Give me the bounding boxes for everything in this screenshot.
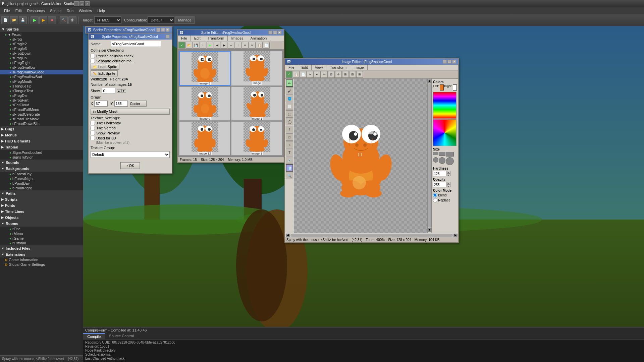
- se-close[interactable]: ✕: [278, 31, 282, 35]
- tile-h-checkbox[interactable]: [91, 121, 95, 125]
- tree-sprite-sfroadcelebrate[interactable]: ● sFroadCelebrate: [0, 112, 83, 117]
- se-menu-images[interactable]: Images: [228, 36, 247, 41]
- sounds-section[interactable]: ▼Sounds: [0, 160, 83, 166]
- se-minimize[interactable]: _: [268, 31, 272, 35]
- included-files-section[interactable]: ▼Included Files: [0, 245, 83, 251]
- tree-signpondlocked[interactable]: ● SignsPondLocked: [0, 150, 83, 155]
- tree-sprite-sfrogswallowgood[interactable]: ● sFrogSwallowGood: [0, 70, 83, 74]
- tree-sprite-sfrogdown[interactable]: ● sFrogDown: [0, 51, 83, 56]
- menu-file[interactable]: File: [1, 8, 13, 13]
- hardness-up[interactable]: ▲: [447, 171, 450, 174]
- size-btn-1[interactable]: [433, 152, 438, 155]
- ie-oval-tool[interactable]: ○: [286, 141, 293, 148]
- se-btn-flip-v[interactable]: ↕: [235, 42, 241, 49]
- compile-tab-compile[interactable]: Compile: [83, 333, 105, 339]
- ie-menu-file[interactable]: File: [285, 65, 298, 70]
- ie-brush-tool[interactable]: 🖌: [286, 87, 293, 95]
- name-input[interactable]: [111, 41, 161, 47]
- tree-sprite-sfrogle3[interactable]: ● sFrogle3: [0, 46, 83, 51]
- menus-section[interactable]: ▶Menus: [0, 132, 83, 138]
- paths-section[interactable]: ▼Paths: [0, 190, 83, 196]
- tree-rmenu[interactable]: ● rMenu: [0, 231, 83, 236]
- se-btn-add[interactable]: +: [200, 42, 206, 49]
- size-btn-2[interactable]: [439, 152, 445, 156]
- ie-paste-btn[interactable]: 📄: [300, 71, 307, 78]
- ie-menu-view[interactable]: View: [312, 65, 327, 70]
- right-color-swatch[interactable]: [453, 84, 457, 90]
- config-select[interactable]: Default: [148, 16, 174, 24]
- frame-0[interactable]: image 6: [179, 51, 230, 86]
- menu-window[interactable]: Window: [76, 8, 95, 13]
- ie-eyedrop-tool[interactable]: 💉: [286, 157, 293, 164]
- tree-rgame[interactable]: ● rGame: [0, 236, 83, 241]
- ie-maximize[interactable]: □: [447, 60, 451, 64]
- tree-game-information[interactable]: ⚙ Game Information: [0, 257, 83, 262]
- frame-2[interactable]: image 9: [179, 86, 230, 121]
- bugs-section[interactable]: ▶Bugs: [0, 126, 83, 132]
- tree-signtulsign[interactable]: ● signsTulSign: [0, 155, 83, 160]
- ie-grid-btn[interactable]: ⊞: [342, 71, 349, 78]
- se-btn-prev[interactable]: ◀: [214, 42, 220, 49]
- ie-select-oval-tool[interactable]: ◯: [286, 118, 293, 125]
- rooms-section[interactable]: ▼Rooms: [0, 221, 83, 227]
- replace-radio[interactable]: [433, 198, 437, 202]
- tree-sprite-sfrogle2[interactable]: ● sFrogle2: [0, 42, 83, 46]
- compile-tab-source[interactable]: Source Control: [105, 333, 138, 339]
- se-btn-crop[interactable]: ✂: [249, 42, 256, 49]
- tree-folder-froad[interactable]: ● ▼ Froad: [0, 32, 83, 37]
- menu-edit[interactable]: Edit: [13, 8, 24, 13]
- se-btn-play[interactable]: ▶: [207, 42, 213, 49]
- ie-pencil-tool[interactable]: ✏: [286, 79, 293, 87]
- tree-sprite-sfroaddownbits[interactable]: ● sFroadDownBits: [0, 121, 83, 126]
- tree-sprite-sfrogswallow[interactable]: ● sFrogSwallow: [0, 65, 83, 70]
- hardness-input[interactable]: [433, 171, 446, 176]
- tb-clean[interactable]: 🗑: [68, 16, 76, 24]
- tree-sprite-sfroadtilemask[interactable]: ● sFroadTileMask: [0, 117, 83, 121]
- ie-check-btn[interactable]: ✓: [286, 71, 292, 78]
- objects-section[interactable]: ▶Objects: [0, 215, 83, 221]
- color-picker-hue[interactable]: [433, 92, 457, 119]
- load-sprite-btn[interactable]: 📁 Load Sprite: [91, 64, 119, 70]
- tree-sprite-sfrogfart[interactable]: ● sFrogFart: [0, 98, 83, 103]
- blend-radio[interactable]: [433, 193, 437, 197]
- frame-1[interactable]: image: [231, 51, 282, 86]
- backgrounds-section[interactable]: ▼Backgrounds: [0, 166, 83, 172]
- show-down-btn[interactable]: ▼: [121, 89, 126, 93]
- se-menu-file[interactable]: File: [178, 36, 191, 41]
- outer-maximize[interactable]: □: [161, 28, 165, 32]
- show-preview-checkbox[interactable]: [91, 131, 95, 135]
- ie-scroll-bottom[interactable]: ◀ ▶: [285, 233, 458, 237]
- size-btn-3[interactable]: [446, 152, 454, 157]
- target-select[interactable]: HTML5 Windows Mac OS X: [94, 16, 121, 24]
- tree-sprite-sfrog[interactable]: ● sFrog: [0, 37, 83, 42]
- maximize-btn[interactable]: □: [79, 1, 84, 6]
- show-input[interactable]: [102, 88, 115, 94]
- opacity-down[interactable]: ▼: [447, 185, 450, 187]
- menu-help[interactable]: Help: [95, 8, 108, 13]
- ie-minimize[interactable]: _: [443, 60, 447, 64]
- ie-undo-btn[interactable]: ↩: [314, 71, 321, 78]
- tree-sprite-sfrogdie[interactable]: ● sFrogDie: [0, 93, 83, 98]
- ie-line-tool[interactable]: /: [286, 126, 293, 133]
- minimize-btn[interactable]: _: [74, 1, 79, 6]
- tree-sprite-stonguetest[interactable]: ● sTongueTest: [0, 88, 83, 93]
- extensions-section[interactable]: ▼Extensions: [0, 251, 83, 257]
- color-picker-saturation[interactable]: [433, 119, 457, 146]
- outer-close[interactable]: ✕: [166, 28, 170, 32]
- tb-run[interactable]: ▶: [31, 16, 39, 24]
- frame-5[interactable]: image 1: [231, 121, 282, 156]
- se-btn-paste[interactable]: 📄: [263, 42, 270, 49]
- tree-sprite-sfroadfallmenu[interactable]: ● sFroadFallMenu: [0, 107, 83, 112]
- tree-rtutorial[interactable]: ● rTutorial: [0, 241, 83, 245]
- ie-redo-btn[interactable]: ↪: [321, 71, 328, 78]
- ie-close[interactable]: ✕: [452, 60, 456, 64]
- ok-btn[interactable]: ✓ OK: [120, 162, 140, 169]
- size-btn-4[interactable]: [433, 157, 438, 163]
- ie-select-rect-tool[interactable]: ⬚: [286, 110, 293, 118]
- left-color-swatch[interactable]: [440, 84, 444, 90]
- ie-spray-tool[interactable]: 💨: [286, 164, 293, 172]
- tb-stop[interactable]: ■: [48, 16, 56, 24]
- ie-copy-btn[interactable]: 📋: [293, 71, 300, 78]
- se-btn-flip-h[interactable]: ↔: [228, 42, 234, 49]
- size-btn-5[interactable]: [439, 157, 445, 164]
